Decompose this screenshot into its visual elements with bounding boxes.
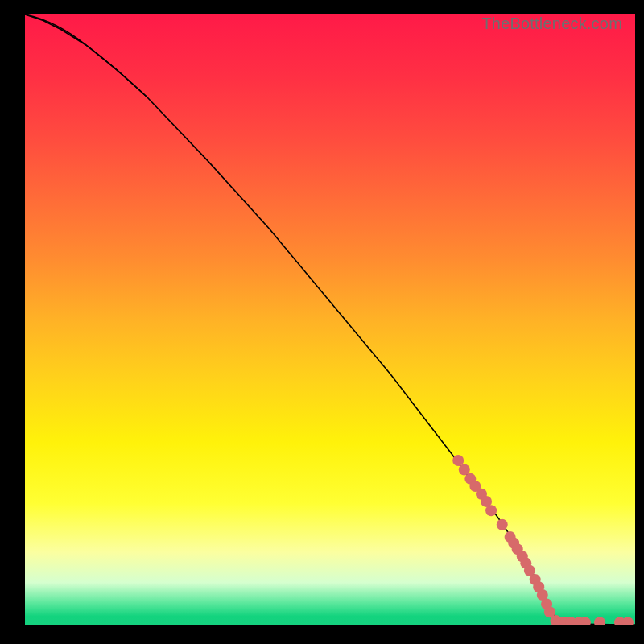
plot-area: TheBottleneck.com [25, 14, 635, 625]
chart-curve-canvas [25, 14, 635, 625]
watermark-text: TheBottleneck.com [481, 14, 622, 33]
chart-stage: TheBottleneck.com [0, 0, 644, 644]
